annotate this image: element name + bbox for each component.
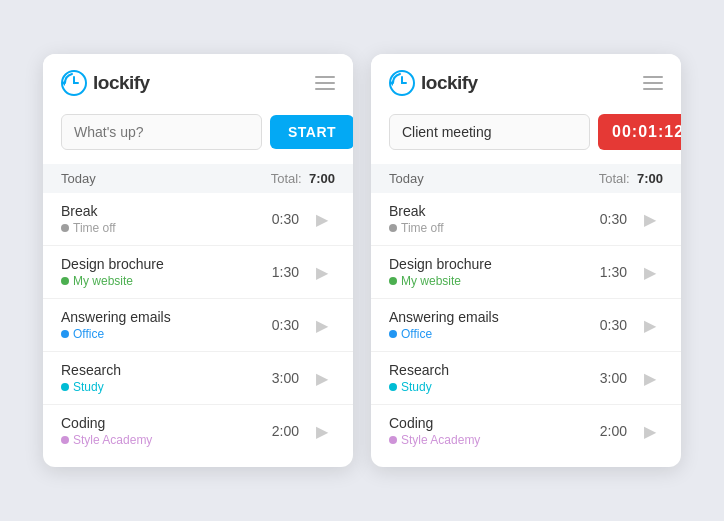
entry-item: Answering emailsOffice0:30▶ [371, 299, 681, 352]
entry-item: CodingStyle Academy2:00▶ [371, 405, 681, 457]
project-dot [389, 383, 397, 391]
total-1: Total: 7:00 [271, 171, 335, 186]
entry-info: BreakTime off [389, 203, 600, 235]
entry-item: ResearchStudy3:00▶ [371, 352, 681, 405]
start-button-1[interactable]: START [270, 115, 353, 149]
entry-name: Design brochure [389, 256, 600, 272]
entries-list-2: BreakTime off0:30▶Design brochureMy webs… [371, 193, 681, 457]
project-dot [389, 277, 397, 285]
task-input-2[interactable] [389, 114, 590, 150]
entry-item: ResearchStudy3:00▶ [43, 352, 353, 405]
entry-duration: 2:00 [272, 423, 299, 439]
today-label-2: Today [389, 171, 424, 186]
entry-item: BreakTime off0:30▶ [43, 193, 353, 246]
clockify-logo-icon-2 [389, 70, 415, 96]
entry-info: ResearchStudy [61, 362, 272, 394]
entry-project: Study [61, 380, 272, 394]
timer-row-1: START [43, 108, 353, 164]
entry-name: Coding [61, 415, 272, 431]
entry-project: Study [389, 380, 600, 394]
entry-duration: 0:30 [272, 317, 299, 333]
project-name: Style Academy [73, 433, 152, 447]
card1-header: lockify [43, 54, 353, 108]
timer-row-2: 00:01:12 [371, 108, 681, 164]
today-label-1: Today [61, 171, 96, 186]
project-name: Office [401, 327, 432, 341]
entry-info: Design brochureMy website [61, 256, 272, 288]
play-button[interactable]: ▶ [637, 365, 663, 391]
entry-project: Style Academy [389, 433, 600, 447]
project-name: Time off [73, 221, 116, 235]
play-button[interactable]: ▶ [309, 312, 335, 338]
total-value-1: 7:00 [309, 171, 335, 186]
entry-item: Answering emailsOffice0:30▶ [43, 299, 353, 352]
entry-name: Design brochure [61, 256, 272, 272]
entry-duration: 1:30 [600, 264, 627, 280]
play-button[interactable]: ▶ [309, 259, 335, 285]
entry-project: Time off [389, 221, 600, 235]
hamburger-menu-1[interactable] [315, 76, 335, 90]
entries-list-1: BreakTime off0:30▶Design brochureMy webs… [43, 193, 353, 457]
entry-duration: 3:00 [600, 370, 627, 386]
play-button[interactable]: ▶ [637, 312, 663, 338]
entry-project: Time off [61, 221, 272, 235]
entry-info: BreakTime off [61, 203, 272, 235]
entry-name: Answering emails [389, 309, 600, 325]
entry-duration: 2:00 [600, 423, 627, 439]
project-dot [61, 383, 69, 391]
play-button[interactable]: ▶ [309, 206, 335, 232]
project-dot [389, 224, 397, 232]
card-active: lockify 00:01:12 Today Total: 7:00 Break… [371, 54, 681, 467]
project-name: Office [73, 327, 104, 341]
entry-name: Research [389, 362, 600, 378]
entry-item: BreakTime off0:30▶ [371, 193, 681, 246]
total-value-2: 7:00 [637, 171, 663, 186]
project-dot [61, 277, 69, 285]
total-prefix-2: Total: [599, 171, 630, 186]
logo-text-2: lockify [421, 72, 478, 94]
play-button[interactable]: ▶ [309, 365, 335, 391]
task-input-1[interactable] [61, 114, 262, 150]
logo-1: lockify [61, 70, 150, 96]
entry-name: Break [61, 203, 272, 219]
project-dot [389, 436, 397, 444]
card-idle: lockify START Today Total: 7:00 BreakTim… [43, 54, 353, 467]
timer-display-2[interactable]: 00:01:12 [598, 114, 681, 150]
project-name: Time off [401, 221, 444, 235]
entry-item: Design brochureMy website1:30▶ [371, 246, 681, 299]
entry-name: Answering emails [61, 309, 272, 325]
entry-info: Design brochureMy website [389, 256, 600, 288]
entry-name: Break [389, 203, 600, 219]
play-button[interactable]: ▶ [637, 206, 663, 232]
entry-project: Office [389, 327, 600, 341]
hamburger-menu-2[interactable] [643, 76, 663, 90]
entry-name: Research [61, 362, 272, 378]
project-dot [61, 436, 69, 444]
clockify-logo-icon-1 [61, 70, 87, 96]
total-2: Total: 7:00 [599, 171, 663, 186]
cards-container: lockify START Today Total: 7:00 BreakTim… [23, 34, 701, 487]
today-bar-1: Today Total: 7:00 [43, 164, 353, 193]
project-dot [389, 330, 397, 338]
entry-item: Design brochureMy website1:30▶ [43, 246, 353, 299]
play-button[interactable]: ▶ [637, 259, 663, 285]
entry-duration: 0:30 [272, 211, 299, 227]
project-dot [61, 224, 69, 232]
play-button[interactable]: ▶ [637, 418, 663, 444]
entry-project: Office [61, 327, 272, 341]
entry-duration: 0:30 [600, 211, 627, 227]
entry-info: Answering emailsOffice [389, 309, 600, 341]
entry-duration: 0:30 [600, 317, 627, 333]
logo-text-1: lockify [93, 72, 150, 94]
entry-name: Coding [389, 415, 600, 431]
entry-project: My website [61, 274, 272, 288]
entry-info: CodingStyle Academy [61, 415, 272, 447]
play-button[interactable]: ▶ [309, 418, 335, 444]
logo-2: lockify [389, 70, 478, 96]
card2-header: lockify [371, 54, 681, 108]
project-name: Style Academy [401, 433, 480, 447]
entry-item: CodingStyle Academy2:00▶ [43, 405, 353, 457]
project-name: My website [401, 274, 461, 288]
today-bar-2: Today Total: 7:00 [371, 164, 681, 193]
entry-project: My website [389, 274, 600, 288]
